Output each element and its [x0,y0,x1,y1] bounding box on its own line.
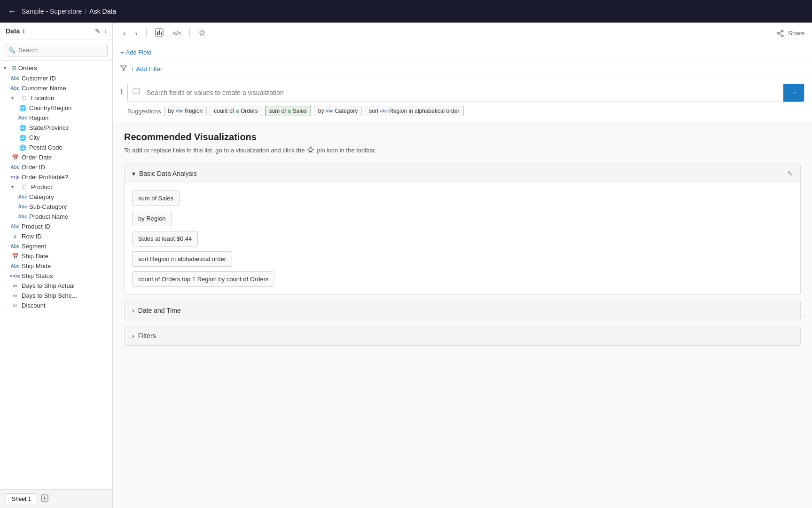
share-button[interactable]: Share [777,30,804,37]
add-field-link[interactable]: + Add Field [120,49,152,56]
back-nav-icon[interactable]: ← [8,7,16,16]
abc-icon-segment: Abc [11,244,19,249]
sidebar-item-days-ship-actual[interactable]: ## Days to Ship Actual [0,281,112,291]
sidebar-item-discount[interactable]: ## Discount [0,301,112,310]
back-button[interactable]: ‹ [120,27,128,40]
calendar-icon-order-date: 📅 [11,154,19,161]
abc-icon-product-name: Abc [19,214,26,219]
sidebar-item-order-id[interactable]: Abc Order ID [0,162,112,172]
viz-group-filters-header[interactable]: › Filters [125,326,800,345]
svg-rect-4 [157,32,158,35]
abc-icon-chip-category: Abc [325,109,333,113]
sidebar-item-segment[interactable]: Abc Segment [0,241,112,251]
pin-button[interactable] [195,27,209,40]
tree-group-orders: ▾ ⊞ Orders Abc Customer ID Abc Customer … [0,63,112,310]
sidebar-item-sub-category[interactable]: Abc Sub-Category [0,202,112,212]
sheet-1-tab[interactable]: Sheet 1 [6,493,37,504]
content-area: ‹ › </> [113,23,812,508]
viz-area: Recommended Visualizations To add or rep… [113,122,812,508]
svg-line-11 [779,34,781,35]
suggestion-chip-by-region[interactable]: by Abc Region [164,106,207,116]
current-page-title: Ask Data [89,8,116,15]
add-filter-label: Add Filter [136,65,163,72]
suggestion-chip-sort-region[interactable]: sort Abc Region in alphabetical order [365,106,463,116]
globe-icon-postal: 🌐 [19,144,26,151]
suggestion-chip-by-category[interactable]: by Abc Category [314,106,362,116]
viz-chip-count-orders[interactable]: count of Orders top 1 Region by count of… [132,271,274,287]
sidebar-item-state-province[interactable]: 🌐 State/Province [0,123,112,133]
product-label: Product [31,183,52,190]
svg-point-7 [781,30,783,32]
ship-date-label: Ship Date [22,253,48,260]
search-input[interactable] [5,44,108,56]
viz-group-basic-header[interactable]: ▾ Basic Data Analysis ✎ [125,164,800,183]
sidebar-item-product-name[interactable]: Abc Product Name [0,212,112,222]
sidebar-item-customer-name[interactable]: Abc Customer Name [0,83,112,93]
add-sheet-icon[interactable] [41,494,48,504]
sidebar-item-category[interactable]: Abc Category [0,192,112,202]
forward-button[interactable]: › [132,27,140,40]
sidebar-item-ship-status[interactable]: =Abc Ship Status [0,271,112,281]
sidebar-item-postal-code[interactable]: 🌐 Postal Code [0,143,112,152]
basic-group-edit-icon[interactable]: ✎ [787,170,793,177]
table-icon-chip-orders: ⊞ [235,109,239,114]
days-ship-sche-label: Days to Ship Sche... [22,292,77,299]
viz-chip-by-region[interactable]: by Region [132,211,172,226]
add-filter-link[interactable]: + Add Filter [131,65,162,72]
sidebar-item-product-group[interactable]: ▾ ⬡ Product [0,182,112,192]
viz-search-input[interactable] [145,84,783,101]
suggestions-label: Suggestions [127,108,161,115]
ship-mode-label: Ship Mode [22,262,51,270]
sidebar-search-area: 🔍 [0,40,112,61]
sidebar-item-row-id[interactable]: # Row ID [0,231,112,241]
search-submit-button[interactable]: → [783,84,804,102]
sidebar-edit-icon[interactable]: ✎ [95,27,101,35]
sidebar-item-customer-id[interactable]: Abc Customer ID [0,73,112,83]
order-date-label: Order Date [22,154,52,161]
viz-toggle-button[interactable] [152,26,166,40]
viz-chip-sales-at-least[interactable]: Sales at least $0.44 [132,231,198,246]
speech-bubble-icon [128,83,145,102]
sidebar-collapse-icon[interactable]: ‹ [104,27,107,35]
viz-chip-sum-sales[interactable]: sum of Sales [132,190,180,206]
viz-group-date-header[interactable]: › Date and Time [125,301,800,320]
sidebar-item-ship-date[interactable]: 📅 Ship Date [0,251,112,261]
globe-icon-state: 🌐 [19,125,26,131]
sidebar-item-location-group[interactable]: ▾ ⬡ Location [0,93,112,103]
sidebar-item-product-id[interactable]: Abc Product ID [0,222,112,231]
product-cluster-icon: ⬡ [21,184,28,190]
search-input-row: → [127,83,804,102]
table-icon-chip-sales: ⊞ [288,109,291,114]
breadcrumb-separator: / [85,8,86,15]
chip-prefix-category: by [318,108,324,114]
globe-icon-city: 🌐 [19,135,26,141]
order-id-label: Order ID [22,164,45,171]
sidebar-item-order-profitable[interactable]: =T|F Order Profitable? [0,172,112,182]
customer-name-label: Customer Name [22,85,66,92]
tree-group-orders-header[interactable]: ▾ ⊞ Orders [0,63,112,73]
region-label: Region [29,114,48,121]
main-layout: Data ℹ ✎ ‹ 🔍 ▾ ⊞ Orders [0,23,812,508]
workbook-title[interactable]: Sample - Superstore [22,8,82,15]
suggestions-row: Suggestions by Abc Region count of ⊞ Ord… [127,106,804,116]
sidebar-item-ship-mode[interactable]: Abc Ship Mode [0,261,112,271]
viz-group-date-time: › Date and Time [124,301,801,320]
ship-status-label: Ship Status [22,272,53,279]
chip-prefix-region: by [168,108,174,114]
viz-chip-sort-region[interactable]: sort Region in alphabetical order [132,251,232,267]
days-ship-actual-label: Days to Ship Actual [22,282,75,289]
chip-prefix-sort: sort [369,108,378,114]
sidebar-item-city[interactable]: 🌐 City [0,133,112,143]
sidebar-item-days-ship-sche[interactable]: ## Days to Ship Sche... [0,291,112,301]
toolbar-left: ‹ › </> [120,26,209,40]
abc-icon-chip-region: Abc [175,109,183,113]
sidebar-item-region[interactable]: Abc Region [0,113,112,123]
suggestion-chip-sum-sales[interactable]: sum of ⊞ Sales [265,106,311,116]
code-button[interactable]: </> [170,28,184,39]
sidebar-item-country-region[interactable]: 🌐 Country/Region [0,103,112,113]
toolbar-sep-2 [189,29,190,38]
suggestion-chip-count-orders[interactable]: count of ⊞ Orders [210,106,262,116]
sidebar-item-order-date[interactable]: 📅 Order Date [0,152,112,162]
content-toolbar: ‹ › </> [113,23,812,44]
viz-area-subtitle: To add or replace links in this list, go… [124,146,801,154]
